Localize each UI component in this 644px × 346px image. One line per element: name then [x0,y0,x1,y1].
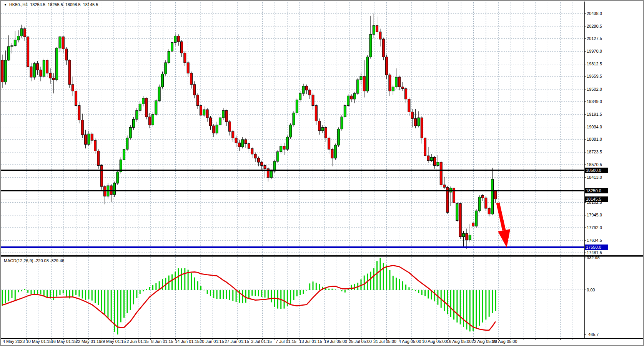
price-axis-label: 17634.5 [587,238,602,243]
candle [328,138,330,149]
candle [158,87,160,101]
macd-histogram-bar [232,290,233,301]
macd-histogram-bar [300,290,301,295]
candle [46,60,48,73]
candle [382,39,384,57]
candle [421,118,423,138]
price-axis-label: 19191.5 [587,112,602,117]
macd-histogram-bar [331,289,333,290]
candle [232,131,234,138]
candle [261,162,263,165]
macd-histogram-bar [335,289,336,290]
macd-histogram-bar [40,290,41,294]
symbol-dropdown-icon[interactable]: ▼ [4,3,7,7]
macd-histogram-bar [56,290,57,296]
macd-histogram-bar [485,290,486,319]
macd-histogram-bar [319,284,320,290]
candle [43,60,45,77]
candle [376,25,378,32]
chart-canvas[interactable] [1,1,644,346]
price-axis-label: 18723.5 [587,150,602,155]
macd-histogram-bar [88,290,89,299]
candle [494,190,497,199]
macd-histogram-bar [248,290,250,299]
candle [280,146,282,152]
macd-histogram-bar [424,290,426,296]
macd-histogram-bar [399,279,400,290]
macd-histogram-bar [223,290,224,299]
macd-histogram-bar [95,290,96,303]
macd-histogram-bar [203,290,205,290]
candle [485,198,487,208]
macd-histogram-bar [226,290,227,299]
symbol-name: HK50-,H4 [9,2,28,7]
macd-histogram-bar [175,272,176,290]
macd-histogram-bar [360,279,361,290]
candle [209,118,211,126]
candle [168,52,170,63]
candle [145,98,148,117]
macd-histogram-bar [434,290,435,301]
macd-histogram-bar [251,290,253,296]
candle [190,73,192,84]
macd-histogram-bar [146,289,147,290]
candle [33,63,35,77]
candle [142,98,145,104]
candle [315,106,317,121]
macd-histogram-bar [133,290,134,304]
macd-histogram-bar [309,283,310,290]
candle [286,137,288,150]
symbol-header: ▼ HK50-,H4 18254.5 18255.5 18098.5 18145… [4,2,98,7]
candle [184,53,186,63]
candle [136,110,138,119]
macd-histogram-bar [24,289,25,290]
candle [75,91,77,106]
macd-histogram-bar [287,290,288,306]
candle [27,37,29,67]
macd-histogram-bar [229,290,230,300]
macd-histogram-bar [492,290,493,313]
price-axis-label: 19812.5 [587,62,602,67]
macd-histogram-bar [114,290,115,332]
price-axis-label: 18570.5 [587,162,602,167]
candle [116,172,119,183]
macd-histogram-bar [316,283,317,290]
candle [254,154,256,158]
macd-histogram-bar [456,290,458,323]
macd-histogram-bar [63,290,64,293]
candle [369,34,372,57]
candle [411,112,413,118]
macd-histogram-bar [296,290,298,296]
macd-axis-label: 332.98 [587,255,600,260]
macd-histogram-bar [344,290,346,293]
candle [11,46,13,47]
bar-close-value: 18145.5 [83,2,98,7]
macd-histogram-bar [120,290,121,322]
candle [59,37,61,48]
candle [264,165,266,168]
macd-histogram-bar [495,290,496,311]
macd-histogram-bar [111,290,112,321]
candle [299,93,301,100]
macd-histogram-bar [85,290,86,300]
price-axis-label: 17481.5 [587,250,602,255]
macd-histogram-bar [15,290,16,300]
macd-histogram-bar [245,290,246,303]
macd-histogram-bar [271,290,272,302]
macd-histogram-bar [383,263,384,290]
candle [8,47,10,60]
macd-histogram-bar [207,290,208,294]
candle [171,42,173,51]
candle [472,223,474,226]
price-axis-label: 17792.0 [587,225,602,230]
macd-histogram-bar [59,290,60,295]
candle [321,127,324,130]
macd-histogram-bar [152,285,153,290]
candle [318,121,321,131]
macd-histogram-bar [149,287,150,290]
bar-open-value: 18254.5 [30,2,45,7]
macd-histogram-bar [213,290,214,298]
candle [68,60,71,85]
macd-histogram-bar [415,290,416,291]
candle [293,113,295,125]
